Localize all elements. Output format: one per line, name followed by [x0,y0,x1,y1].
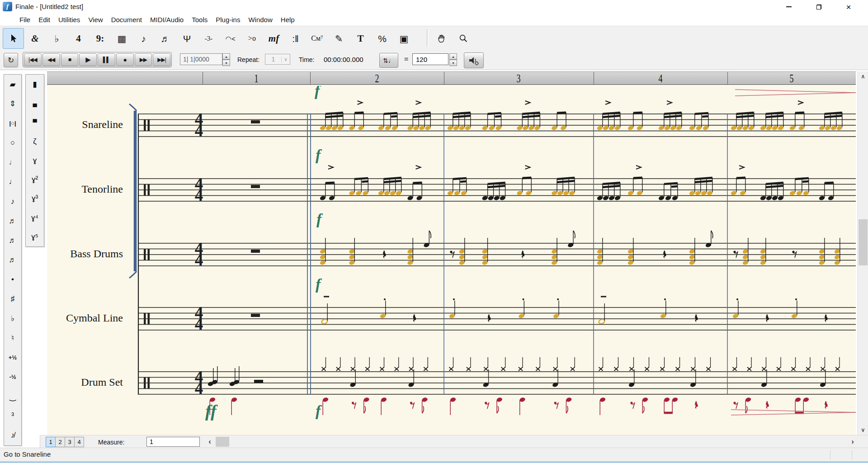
minimize-button[interactable] [778,0,799,14]
palette-eraser[interactable]: ▰ [4,75,21,94]
horizontal-scrollbar-thumb[interactable] [216,437,229,447]
zoom-tool[interactable] [453,28,474,49]
scroll-right-icon[interactable]: › [848,436,858,447]
page-button-2[interactable]: 2 [55,437,65,447]
playback-counter[interactable]: 1| 1|0000 [180,53,222,65]
tempo-spinner[interactable]: ▲ ▼ [449,53,457,66]
lyrics-tool[interactable]: ✎ [328,28,349,49]
key-signature-tool[interactable]: ♭ [46,28,67,49]
menu-plugins[interactable]: Plug-ins [212,14,244,25]
simple-entry-tool[interactable]: ♪ [133,28,154,49]
tempo-note-button[interactable]: ⇅♩ [379,53,398,68]
forward-to-end-button[interactable]: ▶▶| [153,53,170,66]
tuplet-tool[interactable]: -3- [198,28,219,49]
hyperscribe-tool[interactable]: Ψ [176,28,198,49]
chord-tool[interactable]: Cᴍ⁷ [307,28,328,49]
palette-eighth-rest[interactable]: ɣ [26,151,44,170]
audio-settings-button[interactable] [464,52,484,68]
measure-tool[interactable]: ▦ [111,28,132,49]
palette-double-whole-rest[interactable]: ▮ [26,75,44,94]
spinner-up-icon[interactable]: ▲ [222,53,230,60]
time-signature-tool[interactable]: 4 [68,28,89,49]
measure-input[interactable] [146,437,200,447]
tempo-input[interactable] [412,53,448,65]
vertical-scrollbar[interactable]: ∧ ∨ [857,71,868,435]
menu-window[interactable]: Window [244,14,276,25]
palette-sixteenth-rest[interactable]: ɣ² [26,170,44,189]
palette-whole-rest[interactable]: ▄ [26,94,44,113]
counter-spinner[interactable]: ▲ ▼ [222,53,230,66]
palette-natural[interactable]: ♮ [4,328,21,348]
palette-half-step-up[interactable]: +½ [4,348,21,367]
palette-half-step-down[interactable]: -½ [4,367,21,387]
menu-tools[interactable]: Tools [188,14,212,25]
palette-augmentation-dot[interactable]: • [4,270,21,289]
page-button-4[interactable]: 4 [74,437,84,447]
spinner-down-icon[interactable]: ▼ [222,60,230,66]
scroll-up-icon[interactable]: ∧ [858,71,868,81]
palette-tuplet[interactable]: ³ [4,406,21,426]
palette-half-rest[interactable]: ▀ [26,113,44,132]
expression-tool[interactable]: mf [263,28,284,49]
restore-button[interactable] [808,0,829,14]
palette-quarter-rest[interactable]: ζ [26,132,44,151]
palette-half-note[interactable]: ♩ [4,153,21,172]
tempo-spinner-down-icon[interactable]: ▼ [449,60,457,66]
palette-flat[interactable]: ♭ [4,309,21,328]
palette-thirtysecond-note[interactable]: ♬ [4,231,21,250]
repeat-tool[interactable]: :‖ [285,28,306,49]
flat-icon: ♭ [11,314,14,323]
scroll-left-icon[interactable]: ‹ [205,436,215,447]
hand-grabber-tool[interactable] [431,28,452,49]
palette-quarter-note[interactable]: ♩ [4,172,21,192]
palette-double-whole-note[interactable]: |○| [4,113,21,133]
palette-sixteenth-note[interactable]: ♬ [4,211,21,231]
vertical-scrollbar-thumb[interactable] [859,219,868,265]
fast-forward-button[interactable]: ▶▶ [135,53,152,66]
repeat-dropdown[interactable]: 1 ∨ [265,54,290,65]
menu-utilities[interactable]: Utilities [54,14,84,25]
palette-sharp[interactable]: ♯ [4,289,21,309]
menu-file[interactable]: File [15,14,34,25]
palette-grace-note[interactable]: ♪̸ [4,426,21,445]
loop-playback-button[interactable]: ↻ [4,53,18,67]
half-rest-icon: ▀ [33,119,37,126]
staff-tool[interactable]: & [24,28,46,49]
palette-thirtysecond-rest[interactable]: ɣ³ [26,189,44,208]
scroll-down-icon[interactable]: ∨ [858,425,868,435]
palette-onetwentyeighth-rest[interactable]: ɣ⁵ [26,227,44,246]
score-canvas[interactable]: 4444444444 [47,86,856,435]
smart-shape-tool[interactable]: ◠< [220,28,241,49]
selection-tool[interactable] [3,28,24,49]
menu-document[interactable]: Document [107,14,146,25]
page-button-3[interactable]: 3 [65,437,75,447]
rewind-button[interactable]: ◀◀ [42,53,60,66]
palette-sixtyfourth-note[interactable]: ♬ [4,250,21,269]
clef-tool[interactable]: 9: [90,28,111,49]
palette-tie[interactable]: ‿ [4,387,21,406]
menu-view[interactable]: View [84,14,107,25]
stop-button[interactable]: ■ [61,53,79,66]
text-tool[interactable]: T [350,28,371,49]
tuplet-icon: -3- [205,35,213,42]
play-button[interactable]: ▶ [79,53,97,66]
pause-button[interactable]: ▌▌ [98,53,115,66]
palette-repitch[interactable]: ⇕ [4,94,21,113]
simple-entry-palette: ▰ ⇕ |○| ○ ♩ ♩ ♪ ♬ ♬ ♬ • ♯ ♭ ♮ +½ -½ ‿ ³ … [4,74,22,446]
palette-sixtyfourth-rest[interactable]: ɣ⁴ [26,208,44,227]
menu-help[interactable]: Help [277,14,299,25]
palette-eighth-note[interactable]: ♪ [4,192,21,211]
rewind-to-start-button[interactable]: |◀◀ [24,53,42,66]
articulation-tool[interactable]: >o [241,28,263,49]
menu-midi-audio[interactable]: MIDI/Audio [146,14,188,25]
speedy-entry-tool[interactable]: ♬ [155,28,176,49]
palette-whole-note[interactable]: ○ [4,133,21,152]
menu-edit[interactable]: Edit [34,14,54,25]
staff-styles-tool[interactable]: % [372,28,393,49]
record-button[interactable]: ● [116,53,134,66]
measure-ruler: 1 2 3 4 5 [47,71,856,85]
page-layout-tool[interactable]: ▣ [393,28,415,49]
close-button[interactable]: × [838,0,859,14]
tempo-spinner-up-icon[interactable]: ▲ [449,53,457,60]
page-button-1[interactable]: 1 [46,437,56,447]
